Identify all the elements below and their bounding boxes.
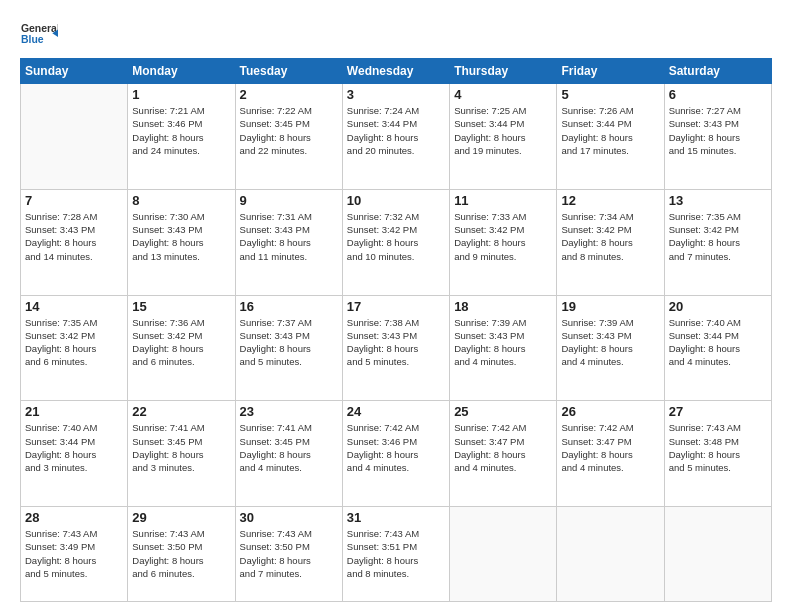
day-number: 19 [561,299,659,314]
day-number: 30 [240,510,338,525]
day-number: 2 [240,87,338,102]
calendar-cell: 29Sunrise: 7:43 AMSunset: 3:50 PMDayligh… [128,507,235,602]
day-number: 7 [25,193,123,208]
calendar-cell: 12Sunrise: 7:34 AMSunset: 3:42 PMDayligh… [557,189,664,295]
calendar-cell: 13Sunrise: 7:35 AMSunset: 3:42 PMDayligh… [664,189,771,295]
calendar-cell: 23Sunrise: 7:41 AMSunset: 3:45 PMDayligh… [235,401,342,507]
day-number: 15 [132,299,230,314]
day-number: 1 [132,87,230,102]
day-number: 23 [240,404,338,419]
calendar-cell [557,507,664,602]
day-info: Sunrise: 7:27 AMSunset: 3:43 PMDaylight:… [669,104,767,157]
day-number: 18 [454,299,552,314]
calendar-cell: 10Sunrise: 7:32 AMSunset: 3:42 PMDayligh… [342,189,449,295]
weekday-header-saturday: Saturday [664,59,771,84]
day-number: 13 [669,193,767,208]
day-info: Sunrise: 7:38 AMSunset: 3:43 PMDaylight:… [347,316,445,369]
day-info: Sunrise: 7:26 AMSunset: 3:44 PMDaylight:… [561,104,659,157]
day-info: Sunrise: 7:25 AMSunset: 3:44 PMDaylight:… [454,104,552,157]
day-info: Sunrise: 7:39 AMSunset: 3:43 PMDaylight:… [454,316,552,369]
day-number: 3 [347,87,445,102]
weekday-header-friday: Friday [557,59,664,84]
day-number: 20 [669,299,767,314]
day-info: Sunrise: 7:40 AMSunset: 3:44 PMDaylight:… [669,316,767,369]
day-info: Sunrise: 7:24 AMSunset: 3:44 PMDaylight:… [347,104,445,157]
day-info: Sunrise: 7:43 AMSunset: 3:50 PMDaylight:… [132,527,230,580]
calendar-cell [450,507,557,602]
calendar-table: SundayMondayTuesdayWednesdayThursdayFrid… [20,58,772,602]
logo: General Blue [20,18,58,48]
day-info: Sunrise: 7:43 AMSunset: 3:51 PMDaylight:… [347,527,445,580]
day-number: 16 [240,299,338,314]
calendar-cell: 20Sunrise: 7:40 AMSunset: 3:44 PMDayligh… [664,295,771,401]
calendar-cell: 2Sunrise: 7:22 AMSunset: 3:45 PMDaylight… [235,84,342,190]
day-info: Sunrise: 7:36 AMSunset: 3:42 PMDaylight:… [132,316,230,369]
calendar-cell: 14Sunrise: 7:35 AMSunset: 3:42 PMDayligh… [21,295,128,401]
page: General Blue SundayMondayTuesdayWednesda… [0,0,792,612]
day-info: Sunrise: 7:33 AMSunset: 3:42 PMDaylight:… [454,210,552,263]
calendar-cell: 19Sunrise: 7:39 AMSunset: 3:43 PMDayligh… [557,295,664,401]
calendar-cell [664,507,771,602]
day-number: 12 [561,193,659,208]
day-info: Sunrise: 7:42 AMSunset: 3:47 PMDaylight:… [561,421,659,474]
weekday-header-tuesday: Tuesday [235,59,342,84]
day-number: 24 [347,404,445,419]
calendar-cell: 8Sunrise: 7:30 AMSunset: 3:43 PMDaylight… [128,189,235,295]
day-info: Sunrise: 7:42 AMSunset: 3:47 PMDaylight:… [454,421,552,474]
weekday-header-wednesday: Wednesday [342,59,449,84]
day-number: 27 [669,404,767,419]
weekday-header-thursday: Thursday [450,59,557,84]
calendar-cell: 7Sunrise: 7:28 AMSunset: 3:43 PMDaylight… [21,189,128,295]
week-row-1: 1Sunrise: 7:21 AMSunset: 3:46 PMDaylight… [21,84,772,190]
week-row-3: 14Sunrise: 7:35 AMSunset: 3:42 PMDayligh… [21,295,772,401]
weekday-header-sunday: Sunday [21,59,128,84]
day-number: 9 [240,193,338,208]
calendar-cell: 4Sunrise: 7:25 AMSunset: 3:44 PMDaylight… [450,84,557,190]
day-number: 5 [561,87,659,102]
weekday-header-row: SundayMondayTuesdayWednesdayThursdayFrid… [21,59,772,84]
calendar-cell: 24Sunrise: 7:42 AMSunset: 3:46 PMDayligh… [342,401,449,507]
week-row-2: 7Sunrise: 7:28 AMSunset: 3:43 PMDaylight… [21,189,772,295]
calendar-cell: 18Sunrise: 7:39 AMSunset: 3:43 PMDayligh… [450,295,557,401]
week-row-5: 28Sunrise: 7:43 AMSunset: 3:49 PMDayligh… [21,507,772,602]
calendar-cell: 15Sunrise: 7:36 AMSunset: 3:42 PMDayligh… [128,295,235,401]
day-number: 11 [454,193,552,208]
day-info: Sunrise: 7:34 AMSunset: 3:42 PMDaylight:… [561,210,659,263]
day-number: 31 [347,510,445,525]
calendar-cell: 28Sunrise: 7:43 AMSunset: 3:49 PMDayligh… [21,507,128,602]
day-info: Sunrise: 7:39 AMSunset: 3:43 PMDaylight:… [561,316,659,369]
calendar-cell [21,84,128,190]
day-info: Sunrise: 7:43 AMSunset: 3:50 PMDaylight:… [240,527,338,580]
calendar-cell: 11Sunrise: 7:33 AMSunset: 3:42 PMDayligh… [450,189,557,295]
calendar-cell: 21Sunrise: 7:40 AMSunset: 3:44 PMDayligh… [21,401,128,507]
day-number: 22 [132,404,230,419]
day-info: Sunrise: 7:41 AMSunset: 3:45 PMDaylight:… [132,421,230,474]
calendar-cell: 16Sunrise: 7:37 AMSunset: 3:43 PMDayligh… [235,295,342,401]
day-info: Sunrise: 7:35 AMSunset: 3:42 PMDaylight:… [25,316,123,369]
day-info: Sunrise: 7:35 AMSunset: 3:42 PMDaylight:… [669,210,767,263]
calendar-cell: 6Sunrise: 7:27 AMSunset: 3:43 PMDaylight… [664,84,771,190]
calendar-cell: 17Sunrise: 7:38 AMSunset: 3:43 PMDayligh… [342,295,449,401]
day-number: 28 [25,510,123,525]
day-info: Sunrise: 7:22 AMSunset: 3:45 PMDaylight:… [240,104,338,157]
day-info: Sunrise: 7:28 AMSunset: 3:43 PMDaylight:… [25,210,123,263]
day-number: 6 [669,87,767,102]
day-info: Sunrise: 7:37 AMSunset: 3:43 PMDaylight:… [240,316,338,369]
calendar-cell: 22Sunrise: 7:41 AMSunset: 3:45 PMDayligh… [128,401,235,507]
calendar-cell: 26Sunrise: 7:42 AMSunset: 3:47 PMDayligh… [557,401,664,507]
calendar-cell: 31Sunrise: 7:43 AMSunset: 3:51 PMDayligh… [342,507,449,602]
day-info: Sunrise: 7:41 AMSunset: 3:45 PMDaylight:… [240,421,338,474]
day-number: 17 [347,299,445,314]
header: General Blue [20,18,772,48]
calendar-cell: 9Sunrise: 7:31 AMSunset: 3:43 PMDaylight… [235,189,342,295]
svg-text:Blue: Blue [21,34,44,45]
calendar-cell: 27Sunrise: 7:43 AMSunset: 3:48 PMDayligh… [664,401,771,507]
day-number: 8 [132,193,230,208]
weekday-header-monday: Monday [128,59,235,84]
day-number: 29 [132,510,230,525]
day-info: Sunrise: 7:31 AMSunset: 3:43 PMDaylight:… [240,210,338,263]
day-info: Sunrise: 7:30 AMSunset: 3:43 PMDaylight:… [132,210,230,263]
day-info: Sunrise: 7:43 AMSunset: 3:48 PMDaylight:… [669,421,767,474]
svg-text:General: General [21,23,58,34]
day-info: Sunrise: 7:42 AMSunset: 3:46 PMDaylight:… [347,421,445,474]
